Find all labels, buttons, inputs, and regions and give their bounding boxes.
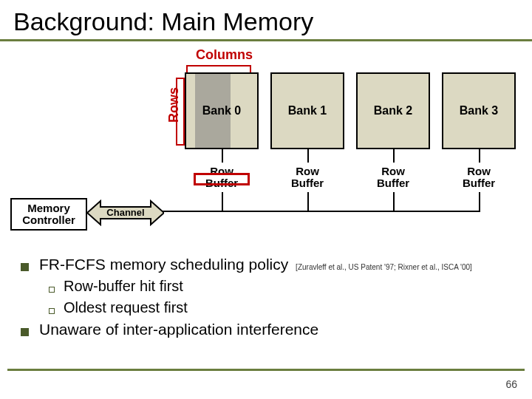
memory-controller: Memory Controller: [10, 198, 87, 231]
page-number: 66: [505, 378, 517, 390]
connector: [479, 149, 480, 163]
bullet-icon: [49, 287, 55, 293]
bullet-icon: [49, 308, 55, 314]
row-buffer-3: Row Buffer: [442, 163, 516, 192]
row-buffer-2: Row Buffer: [356, 163, 430, 192]
connector: [393, 192, 395, 211]
bank-3: Bank 3: [442, 72, 516, 149]
connector: [222, 192, 223, 211]
bullet-frfcfs: FR-FCFS memory scheduling policy [Zuravl…: [21, 256, 511, 273]
channel-arrow: Channel: [87, 200, 164, 226]
bank-2: Bank 2: [356, 72, 430, 149]
connector: [307, 192, 309, 211]
bullet-content: FR-FCFS memory scheduling policy [Zuravl…: [0, 248, 532, 338]
connector: [479, 192, 480, 211]
slide-title: Background: Main Memory: [0, 0, 532, 41]
rows-highlight-box: [176, 78, 185, 146]
bank-1: Bank 1: [270, 72, 344, 149]
columns-label: Columns: [196, 47, 253, 63]
bank-0: Bank 0: [185, 72, 259, 149]
connector: [222, 149, 223, 163]
bullet-oldest-first: Oldest request first: [49, 299, 511, 316]
citation: [Zuravleff et al., US Patent '97; Rixner…: [296, 263, 472, 271]
memory-diagram: Columns Rows Bank 0 Bank 1 Bank 2 Bank 3…: [0, 41, 532, 248]
bullet-unaware: Unaware of inter-application interferenc…: [21, 321, 511, 338]
channel-label: Channel: [106, 207, 144, 218]
row-buffer-highlight-box: [194, 173, 250, 185]
connector: [393, 149, 395, 163]
bullet-row-buffer-hit: Row-buffer hit first: [49, 278, 511, 295]
bullet-icon: [21, 328, 29, 336]
row-buffer-1: Row Buffer: [270, 163, 344, 192]
bottom-rule: [7, 369, 525, 371]
connector: [307, 149, 309, 163]
bullet-icon: [21, 263, 29, 271]
memory-bus: [163, 211, 480, 212]
